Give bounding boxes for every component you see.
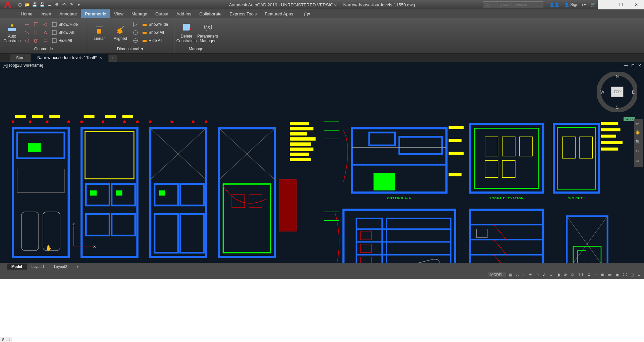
- svg-rect-13: [52, 31, 56, 35]
- transparency-icon[interactable]: ◨: [555, 272, 561, 278]
- svg-rect-134: [361, 257, 371, 263]
- search-input[interactable]: [483, 1, 543, 8]
- layout-model[interactable]: Model: [7, 264, 27, 270]
- save-icon[interactable]: 💾: [31, 1, 38, 8]
- menu-collaborate[interactable]: Collaborate: [195, 9, 226, 18]
- annoscale-icon[interactable]: ⚖: [570, 272, 576, 278]
- dim-showall[interactable]: Show All: [141, 29, 169, 36]
- redo-icon[interactable]: ↷: [68, 1, 75, 8]
- svg-rect-48: [86, 184, 109, 206]
- constraint-parallel[interactable]: [32, 29, 40, 36]
- polar-icon[interactable]: ✛: [527, 272, 533, 278]
- ucs-icon: Y X: [70, 223, 97, 249]
- layout-add[interactable]: +: [72, 264, 83, 270]
- maximize-button[interactable]: ☐: [613, 0, 629, 9]
- app-icon[interactable]: [0, 0, 15, 9]
- constraint-perpendicular[interactable]: [32, 21, 40, 28]
- panel-label-geometric[interactable]: Geometric: [2, 46, 85, 52]
- svg-rect-132: [361, 231, 371, 240]
- otrack-icon[interactable]: ∠: [541, 272, 547, 278]
- aligned-button[interactable]: Aligned: [110, 19, 130, 46]
- menu-manage[interactable]: Manage: [127, 9, 151, 18]
- infocenter-icon[interactable]: 👤👤: [549, 2, 559, 7]
- ortho-icon[interactable]: ⌐: [521, 272, 526, 277]
- svg-rect-84: [290, 132, 307, 135]
- svg-rect-75: [219, 128, 275, 257]
- quickprops-icon[interactable]: ▭: [607, 272, 613, 278]
- osnap-icon[interactable]: ◻: [534, 272, 540, 278]
- plot-icon[interactable]: 🖶: [53, 1, 60, 8]
- menu-addins[interactable]: Add-ins: [172, 9, 195, 18]
- status-model[interactable]: MODEL: [488, 272, 506, 277]
- saveas-icon[interactable]: 💾: [39, 1, 45, 8]
- constraint-concentric[interactable]: [23, 37, 31, 44]
- parameters-manager-button[interactable]: f(x) Parameters Manager: [198, 19, 218, 46]
- menu-home[interactable]: Home: [17, 9, 37, 18]
- qat-dropdown-icon[interactable]: ▼: [75, 1, 82, 8]
- menu-express[interactable]: Express Tools: [226, 9, 261, 18]
- svg-rect-59: [84, 115, 95, 118]
- layout-2[interactable]: Layout2: [49, 264, 72, 270]
- constraint-vertical[interactable]: [41, 29, 49, 36]
- close-button[interactable]: ✕: [629, 0, 644, 9]
- layout-1[interactable]: Layout1: [27, 264, 49, 270]
- svg-rect-45: [49, 115, 60, 118]
- menu-featured[interactable]: Featured Apps: [261, 9, 297, 18]
- dim-angular[interactable]: [131, 21, 140, 28]
- exchange-icon[interactable]: 🛒: [591, 2, 596, 7]
- tab-add-button[interactable]: +: [109, 55, 117, 62]
- menu-insert[interactable]: Insert: [37, 9, 56, 18]
- dim-hideall[interactable]: Hide All: [141, 37, 169, 44]
- autoconstrain-button[interactable]: Auto Constrain: [2, 19, 22, 46]
- linear-button[interactable]: Linear: [89, 19, 109, 46]
- svg-rect-61: [122, 115, 133, 118]
- constraint-horizontal[interactable]: [41, 21, 49, 28]
- panel-label-manage[interactable]: Manage: [176, 46, 216, 52]
- constraint-tangent[interactable]: [32, 37, 40, 44]
- workspace-icon[interactable]: ⚙: [586, 272, 592, 278]
- minimize-button[interactable]: ─: [598, 0, 613, 9]
- menu-parametric[interactable]: Parametric: [81, 9, 110, 18]
- dim-showhide[interactable]: Show/Hide: [141, 21, 169, 28]
- units-icon[interactable]: ⊞: [600, 272, 605, 278]
- scale-label[interactable]: 1:1: [577, 272, 585, 277]
- svg-rect-110: [485, 137, 498, 156]
- dim-diameter[interactable]: [131, 37, 140, 44]
- panel-label-dimensional[interactable]: Dimensional ▼: [89, 46, 172, 52]
- undo-icon[interactable]: ↶: [61, 1, 67, 8]
- viewport[interactable]: [−][Top][2D Wireframe] — ◻ ✕ N S W E TOP…: [0, 62, 644, 263]
- menu-annotate[interactable]: Annotate: [55, 9, 81, 18]
- geom-showall[interactable]: Show All: [50, 29, 79, 36]
- grid-icon[interactable]: ▦: [507, 272, 514, 278]
- cleanscreen-icon[interactable]: ▢: [629, 272, 635, 278]
- new-icon[interactable]: ▢: [16, 1, 23, 8]
- customize-icon[interactable]: ≡: [637, 272, 641, 277]
- quick-access-toolbar: ▢ 📂 💾 💾 ☁ 🖶 ↶ ↷ ▼: [15, 1, 84, 8]
- snap-icon[interactable]: ⸬: [515, 272, 520, 278]
- annomonitor-icon[interactable]: +: [593, 272, 598, 277]
- lineweight-icon[interactable]: ≡: [549, 272, 553, 277]
- svg-rect-90: [279, 180, 296, 231]
- dim-radius[interactable]: [131, 29, 140, 36]
- constraint-coincident[interactable]: [23, 21, 31, 28]
- geom-showhide[interactable]: Show/Hide: [50, 21, 79, 28]
- cycling-icon[interactable]: ⟳: [562, 272, 568, 278]
- open-icon[interactable]: 📂: [24, 1, 31, 8]
- svg-rect-21: [143, 32, 147, 34]
- tab-file[interactable]: Narrow-house-four-levels-11559*×: [31, 54, 108, 62]
- tab-close-icon[interactable]: ×: [99, 55, 102, 60]
- constraint-equal[interactable]: [41, 37, 49, 44]
- menu-app-toggle[interactable]: ▢▾: [300, 9, 314, 18]
- menu-view[interactable]: View: [110, 9, 127, 18]
- constraint-collinear[interactable]: [23, 29, 31, 36]
- tab-start[interactable]: Start: [10, 54, 31, 62]
- delete-constraints-button[interactable]: ✕ Delete Constraints: [176, 19, 197, 46]
- hardware-icon[interactable]: ⛶: [622, 272, 628, 277]
- geom-hideall[interactable]: Hide All: [50, 37, 79, 44]
- menu-output[interactable]: Output: [151, 9, 172, 18]
- web-icon[interactable]: ☁: [46, 1, 53, 8]
- app-title: Autodesk AutoCAD 2019 - UNREGISTERED VER…: [229, 2, 337, 7]
- svg-rect-66: [180, 184, 204, 206]
- isolate-icon[interactable]: ◉: [614, 272, 620, 278]
- signin-button[interactable]: 👤 Sign In ▾: [564, 2, 586, 7]
